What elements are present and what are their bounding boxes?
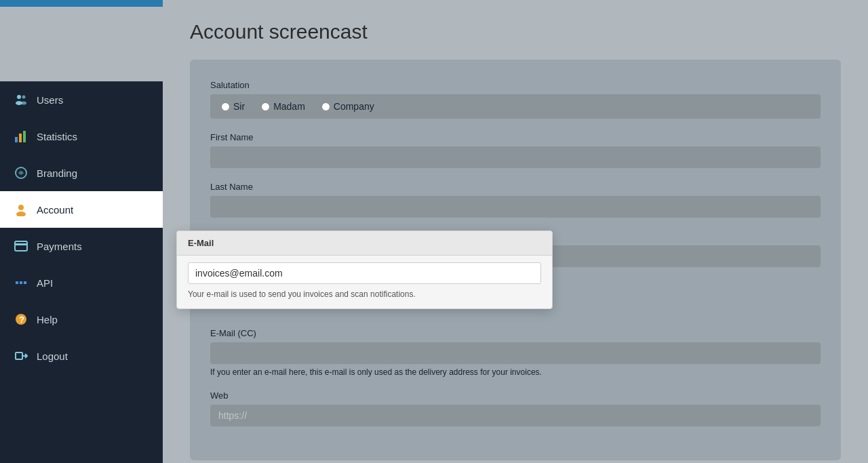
email-popup-hint: Your e-mail is used to send you invoices…: [188, 289, 541, 299]
svg-point-8: [18, 205, 24, 210]
first-name-input[interactable]: [210, 146, 821, 168]
sidebar-item-help[interactable]: ? Help: [0, 301, 163, 338]
last-name-input[interactable]: [210, 196, 821, 218]
main-content: Account screencast Salutation Sir Madam …: [163, 0, 868, 463]
sidebar-item-branding[interactable]: Branding: [0, 155, 163, 191]
radio-sir[interactable]: [221, 102, 230, 111]
svg-rect-14: [24, 281, 26, 284]
sidebar-item-label-logout: Logout: [37, 350, 68, 362]
svg-point-2: [22, 96, 26, 99]
sidebar-item-logout[interactable]: Logout: [0, 338, 163, 374]
svg-rect-5: [19, 134, 22, 142]
sidebar-item-label-statistics: Statistics: [37, 131, 77, 142]
svg-rect-11: [15, 243, 27, 245]
sidebar-item-label-help: Help: [37, 314, 58, 325]
radio-madam[interactable]: [261, 102, 270, 111]
email-tooltip-popup: E-Mail Your e-mail is used to send you i…: [176, 230, 553, 309]
first-name-label: First Name: [210, 132, 821, 142]
web-label: Web: [210, 390, 821, 401]
sidebar-item-api[interactable]: API: [0, 264, 163, 301]
email-cc-hint: If you enter an e-mail here, this e-mail…: [210, 367, 821, 377]
sidebar-item-label-payments: Payments: [37, 241, 82, 252]
statistics-icon: [14, 129, 28, 144]
first-name-group: First Name: [210, 132, 821, 168]
svg-point-3: [21, 102, 26, 105]
svg-text:?: ?: [19, 315, 24, 325]
web-group: Web: [210, 390, 821, 426]
sidebar-item-label-api: API: [37, 277, 53, 289]
sidebar-item-label-account: Account: [37, 204, 73, 216]
payments-icon: [14, 239, 28, 254]
email-popup-header: E-Mail: [177, 231, 552, 256]
svg-rect-6: [23, 131, 26, 142]
page-title: Account screencast: [190, 20, 841, 43]
salutation-group: Salutation Sir Madam Company: [210, 80, 821, 119]
salutation-label: Salutation: [210, 80, 821, 90]
svg-point-0: [17, 95, 21, 99]
sidebar-item-label-branding: Branding: [37, 167, 77, 179]
email-popup-input[interactable]: [188, 262, 541, 284]
email-cc-label: E-Mail (CC): [210, 328, 821, 338]
salutation-options: Sir Madam Company: [210, 94, 821, 119]
salutation-madam[interactable]: Madam: [261, 101, 305, 112]
email-cc-group: E-Mail (CC) If you enter an e-mail here,…: [210, 328, 821, 377]
sidebar-accent-bar: [0, 0, 163, 7]
last-name-label: Last Name: [210, 182, 821, 192]
sidebar-item-users[interactable]: Users: [0, 81, 163, 118]
svg-rect-17: [16, 353, 22, 359]
salutation-company[interactable]: Company: [321, 101, 374, 112]
logout-icon: [14, 348, 28, 363]
api-icon: [14, 275, 28, 290]
sidebar-item-statistics[interactable]: Statistics: [0, 118, 163, 155]
web-input[interactable]: [210, 405, 821, 426]
sidebar-item-label-users: Users: [37, 94, 63, 106]
sidebar-logo: [0, 7, 163, 81]
svg-point-9: [16, 212, 26, 216]
salutation-sir[interactable]: Sir: [221, 101, 245, 112]
help-icon: ?: [14, 312, 28, 327]
email-popup-body: Your e-mail is used to send you invoices…: [177, 256, 552, 308]
email-cc-input[interactable]: [210, 342, 821, 364]
radio-company[interactable]: [321, 102, 330, 111]
svg-rect-13: [20, 281, 22, 284]
sidebar-item-payments[interactable]: Payments: [0, 228, 163, 264]
branding-icon: [14, 165, 28, 180]
sidebar-nav: Users Statistics Branding: [0, 81, 163, 463]
svg-rect-12: [16, 281, 18, 284]
svg-rect-10: [15, 241, 27, 251]
sidebar: Users Statistics Branding: [0, 0, 163, 463]
users-icon: [14, 92, 28, 107]
last-name-group: Last Name: [210, 182, 821, 218]
svg-rect-4: [15, 137, 18, 142]
account-icon: [14, 202, 28, 217]
sidebar-item-account[interactable]: Account: [0, 191, 163, 228]
